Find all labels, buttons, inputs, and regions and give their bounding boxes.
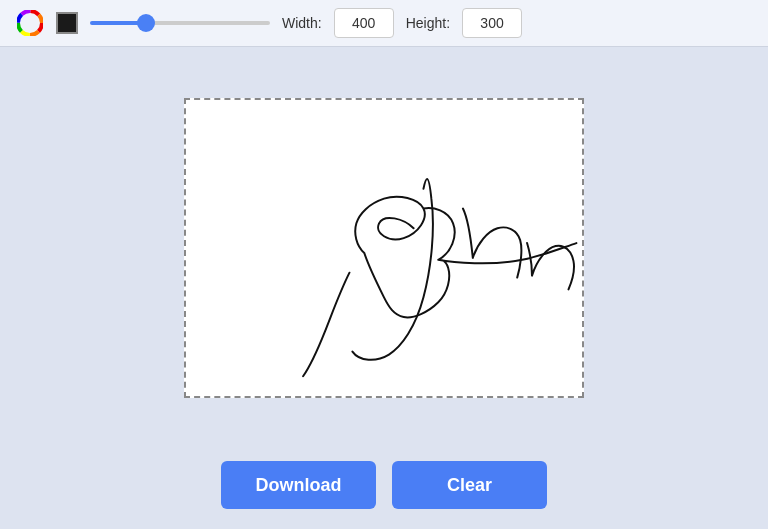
buttons-row: Download Clear bbox=[221, 449, 547, 529]
canvas-area bbox=[0, 47, 768, 449]
clear-button[interactable]: Clear bbox=[392, 461, 547, 509]
download-button[interactable]: Download bbox=[221, 461, 376, 509]
height-input[interactable] bbox=[462, 8, 522, 38]
color-wheel-icon[interactable] bbox=[16, 9, 44, 37]
stroke-slider-container bbox=[90, 21, 270, 25]
height-label: Height: bbox=[406, 15, 450, 31]
width-input[interactable] bbox=[334, 8, 394, 38]
color-swatch-icon[interactable] bbox=[56, 12, 78, 34]
stroke-width-slider[interactable] bbox=[90, 21, 270, 25]
toolbar: Width: Height: bbox=[0, 0, 768, 47]
signature-canvas[interactable] bbox=[184, 98, 584, 398]
width-label: Width: bbox=[282, 15, 322, 31]
signature-svg bbox=[186, 100, 582, 396]
